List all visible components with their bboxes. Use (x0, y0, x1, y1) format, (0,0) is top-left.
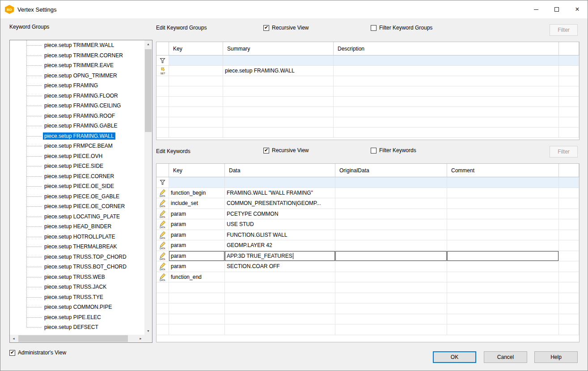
tree-item[interactable]: piece.setup TRUSS.JACK (10, 282, 144, 292)
cell[interactable] (334, 76, 559, 86)
tree-item[interactable]: piece.setup PIECE.OE_GABLE (10, 192, 144, 202)
scroll-down-icon[interactable]: ▼ (144, 327, 152, 335)
cell[interactable]: SECTION.COAR OFF (225, 261, 335, 272)
cell[interactable] (225, 272, 335, 283)
cell[interactable] (225, 177, 335, 188)
tree-item[interactable]: piece.setup PIPE.ELEC (10, 312, 144, 323)
table-row[interactable]: DATAinclude_setCOMMON_PRESENTATION|GEOMP… (157, 198, 579, 209)
cell[interactable] (335, 177, 447, 188)
cell[interactable] (225, 293, 335, 304)
cell[interactable] (169, 177, 225, 188)
maximize-icon[interactable] (546, 0, 567, 18)
tree-item[interactable]: piece.setup TRUSS.TYE (10, 292, 144, 303)
cancel-button[interactable]: Cancel (484, 351, 527, 363)
cell[interactable] (335, 251, 447, 262)
tree-item[interactable]: piece.setup COMMON.PIPE (10, 302, 144, 312)
recursive-view-keywords-checkbox[interactable]: Recursive View (263, 147, 309, 154)
column-header[interactable]: Key (169, 164, 225, 177)
table-row-empty[interactable] (157, 86, 579, 97)
cell[interactable] (225, 314, 335, 325)
cell[interactable] (447, 240, 559, 251)
cell[interactable]: GEOMP.LAYER 42 (225, 240, 335, 251)
cell[interactable] (169, 303, 225, 314)
scroll-left-icon[interactable]: ◄ (10, 335, 17, 342)
column-header[interactable]: OriginalData (335, 164, 447, 177)
recursive-view-groups-checkbox[interactable]: Recursive View (263, 25, 309, 31)
scroll-right-icon[interactable]: ► (137, 335, 144, 342)
filter-keyword-groups-checkbox[interactable]: Filter Keyword Groups (371, 25, 432, 31)
tree-item[interactable]: piece.setup TRIMMER.CORNER (10, 51, 144, 61)
cell[interactable]: param (169, 251, 225, 262)
cell[interactable] (334, 86, 559, 97)
cell[interactable] (334, 97, 559, 107)
cell[interactable] (447, 251, 559, 262)
cell[interactable]: param (169, 219, 225, 230)
cell[interactable] (223, 97, 334, 107)
table-row-empty[interactable] (157, 282, 579, 293)
filter-groups-button[interactable]: Filter (550, 24, 578, 36)
cell[interactable] (334, 66, 559, 76)
cell[interactable] (335, 272, 447, 283)
cell[interactable] (169, 66, 223, 76)
table-row-empty[interactable] (157, 76, 579, 86)
tree-vertical-scrollbar[interactable]: ▲ ▼ (144, 40, 152, 335)
cell[interactable]: param (169, 261, 225, 272)
cell[interactable] (223, 117, 334, 128)
cell[interactable] (334, 55, 559, 66)
tree-item[interactable]: piece.setup FRAMING.ROOF (10, 111, 144, 121)
cell[interactable]: FRAMING.WALL "WALL FRAMING" (225, 188, 335, 199)
cell[interactable]: param (169, 209, 225, 220)
column-header[interactable]: Data (225, 164, 335, 177)
cell[interactable] (447, 282, 559, 293)
cell[interactable] (335, 219, 447, 230)
table-row-empty[interactable] (157, 293, 579, 304)
cell[interactable] (335, 198, 447, 209)
filter-row[interactable] (157, 177, 579, 188)
cell[interactable] (169, 117, 223, 128)
cell[interactable] (335, 314, 447, 325)
cell[interactable] (169, 97, 223, 107)
cell[interactable] (169, 293, 225, 304)
cell[interactable] (334, 107, 559, 117)
cell[interactable] (169, 55, 223, 66)
cell[interactable] (225, 282, 335, 293)
table-row[interactable]: DATAfunction_end (157, 272, 579, 283)
filter-row[interactable] (157, 55, 579, 66)
tree-item[interactable]: piece.setup HOTROLLPLATE (10, 232, 144, 242)
tree-item[interactable]: piece.setup PIECE.OVH (10, 151, 144, 162)
tree-item[interactable]: piece.setup TRIMMER.WALL (10, 40, 144, 51)
cell[interactable]: param (169, 230, 225, 241)
table-row[interactable]: SETpiece.setup FRAMING.WALL (157, 66, 579, 76)
cell[interactable] (447, 261, 559, 272)
tree-item[interactable]: piece.setup HEAD_BINDER (10, 222, 144, 232)
cell[interactable] (335, 293, 447, 304)
cell[interactable]: param (169, 240, 225, 251)
tree-item[interactable]: piece.setup TRIMMER.EAVE (10, 60, 144, 71)
column-header[interactable]: Comment (447, 164, 559, 177)
tree-item[interactable]: piece.setup TRUSS.TOP_CHORD (10, 252, 144, 262)
cell[interactable]: function_end (169, 272, 225, 283)
cell[interactable] (335, 303, 447, 314)
cell[interactable] (334, 128, 559, 138)
table-row[interactable]: DATAfunction_beginFRAMING.WALL "WALL FRA… (157, 188, 579, 199)
table-row-empty[interactable] (157, 314, 579, 325)
cell[interactable] (447, 324, 559, 335)
cell[interactable] (223, 128, 334, 138)
close-icon[interactable]: × (567, 0, 588, 18)
administrators-view-checkbox[interactable]: Administrator's View (9, 350, 66, 356)
cell[interactable] (223, 86, 334, 97)
filter-keywords-checkbox[interactable]: Filter Keywords (371, 147, 416, 154)
tree-item[interactable]: piece.setup FRAMING.CEILING (10, 101, 144, 111)
cell[interactable] (223, 76, 334, 86)
tree-item[interactable]: piece.setup DEFSECT (10, 322, 144, 333)
tree-item[interactable]: piece.setup PIECE.SIDE (10, 161, 144, 171)
cell[interactable]: PCETYPE COMMON (225, 209, 335, 220)
cell[interactable]: piece.setup FRAMING.WALL (223, 66, 334, 76)
tree-item[interactable]: piece.setup FRAMING.GABLE (10, 121, 144, 131)
cell[interactable] (169, 107, 223, 117)
table-row[interactable]: DATAparamAPP.3D TRUE_FEATURES (157, 251, 579, 262)
column-header[interactable]: Summary (223, 42, 334, 55)
cell[interactable] (335, 209, 447, 220)
ok-button[interactable]: OK (433, 351, 476, 363)
table-row[interactable]: DATAparamPCETYPE COMMON (157, 209, 579, 220)
